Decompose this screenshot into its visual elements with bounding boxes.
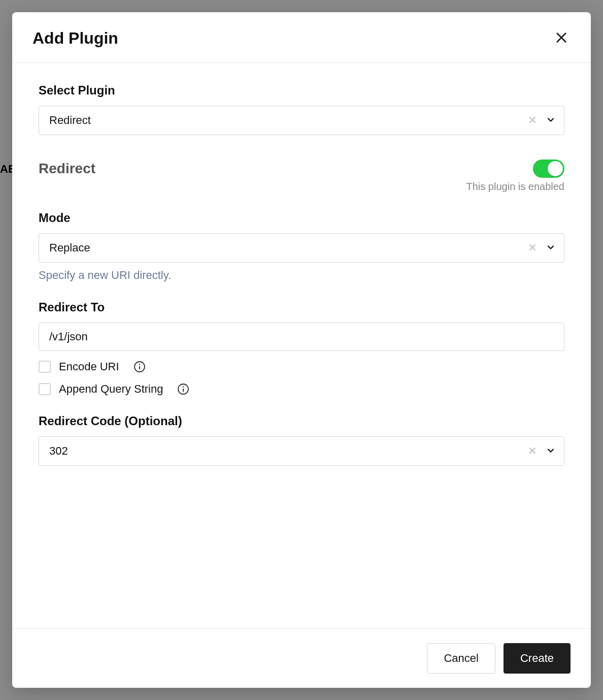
redirect-code-dropdown[interactable]: 302 (39, 436, 564, 466)
select-plugin-field: Select Plugin Redirect (39, 83, 564, 135)
append-query-checkbox[interactable] (39, 383, 51, 395)
toggle-knob (548, 161, 563, 176)
append-query-row: Append Query String (39, 383, 564, 396)
info-icon[interactable] (133, 361, 146, 373)
info-icon[interactable] (177, 383, 189, 395)
svg-point-8 (139, 364, 140, 365)
modal-header: Add Plugin (12, 12, 591, 63)
mode-value: Replace (39, 241, 523, 254)
select-plugin-label: Select Plugin (39, 83, 564, 98)
select-plugin-dropdown[interactable]: Redirect (39, 106, 564, 135)
mode-help-text: Specify a new URI directly. (39, 269, 564, 282)
select-plugin-clear[interactable] (523, 111, 542, 131)
svg-point-11 (183, 386, 184, 387)
redirect-to-input[interactable] (39, 323, 564, 351)
encode-uri-row: Encode URI (39, 360, 564, 373)
plugin-section-header: Redirect (39, 160, 564, 178)
plugin-enabled-toggle[interactable] (533, 160, 564, 178)
encode-uri-checkbox[interactable] (39, 361, 51, 373)
select-plugin-value: Redirect (39, 114, 523, 127)
mode-field: Mode Replace (39, 211, 564, 282)
modal-body: Select Plugin Redirect (12, 63, 591, 628)
plugin-enabled-status: This plugin is enabled (466, 181, 564, 192)
clear-icon (527, 446, 538, 457)
clear-icon (527, 115, 538, 126)
create-button[interactable]: Create (504, 643, 571, 674)
encode-uri-label[interactable]: Encode URI (59, 360, 119, 373)
redirect-code-clear[interactable] (523, 441, 542, 461)
toggle-status-row: This plugin is enabled (39, 181, 564, 193)
select-plugin-arrow[interactable] (542, 111, 564, 131)
redirect-code-field: Redirect Code (Optional) 302 (39, 414, 564, 466)
chevron-down-icon (546, 115, 556, 126)
mode-dropdown[interactable]: Replace (39, 233, 564, 263)
redirect-code-value: 302 (39, 444, 523, 458)
add-plugin-modal: Add Plugin Select Plugin Redirect (12, 12, 591, 688)
mode-clear[interactable] (523, 238, 542, 258)
cancel-button[interactable]: Cancel (427, 643, 495, 674)
modal-footer: Cancel Create (12, 628, 591, 688)
chevron-down-icon (546, 242, 556, 254)
chevron-down-icon (546, 446, 556, 457)
redirect-to-field: Redirect To Encode URI Append Query Stri… (39, 300, 564, 396)
mode-arrow[interactable] (542, 238, 564, 258)
plugin-name-title: Redirect (39, 161, 95, 177)
mode-label: Mode (39, 211, 564, 225)
redirect-to-label: Redirect To (39, 300, 564, 314)
append-query-label[interactable]: Append Query String (59, 383, 163, 396)
modal-title: Add Plugin (32, 29, 118, 48)
redirect-code-arrow[interactable] (542, 441, 564, 461)
close-icon (554, 30, 568, 46)
close-button[interactable] (552, 28, 571, 48)
clear-icon (527, 242, 538, 254)
redirect-code-label: Redirect Code (Optional) (39, 414, 564, 428)
